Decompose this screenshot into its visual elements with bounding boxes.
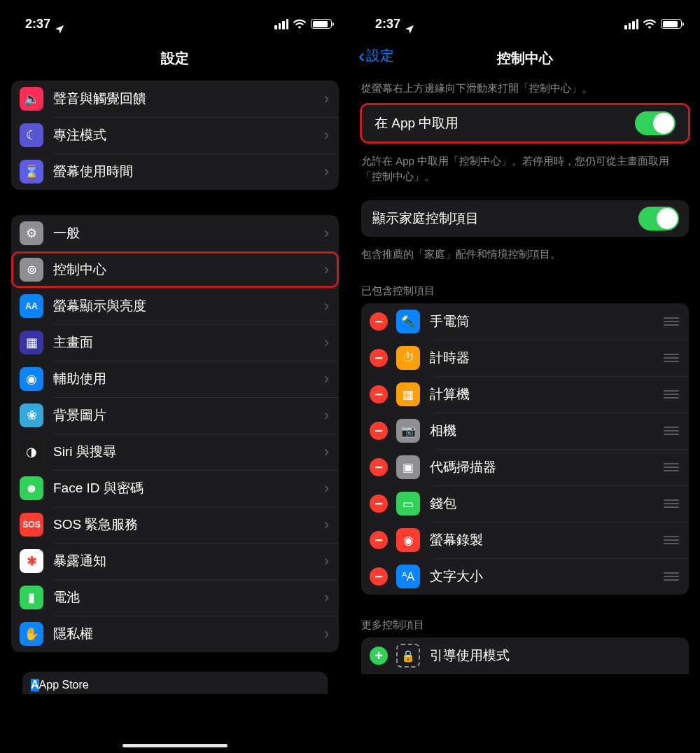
add-guided-button[interactable]: + bbox=[370, 647, 388, 665]
back-button[interactable]: ‹ 設定 bbox=[358, 46, 394, 65]
remove-qr-button[interactable]: − bbox=[370, 458, 388, 476]
nav-title: 設定 bbox=[0, 38, 350, 81]
sos-icon: SOS bbox=[20, 513, 43, 537]
cc-row-wallet[interactable]: −▭錢包 bbox=[361, 485, 689, 522]
wallet-icon: ▭ bbox=[396, 492, 420, 516]
chevron-right-icon: › bbox=[324, 224, 329, 242]
drag-handle-icon[interactable] bbox=[664, 572, 679, 581]
screentime-label: 螢幕使用時間 bbox=[53, 163, 324, 181]
settings-screen: 2:37 設定 🔈聲音與觸覺回饋›☾專注模式›⌛螢幕使用時間› ⚙一般›⊚控制中… bbox=[0, 0, 350, 753]
timer-icon: ⏱ bbox=[396, 346, 420, 370]
camera-icon: 📷 bbox=[396, 419, 420, 443]
switch-home-controls[interactable] bbox=[638, 207, 679, 230]
drag-handle-icon[interactable] bbox=[664, 390, 679, 399]
wallpaper-icon: ❀ bbox=[20, 403, 43, 427]
row-siri[interactable]: ◑Siri 與搜尋› bbox=[11, 434, 339, 470]
accessibility-label: 輔助使用 bbox=[53, 370, 324, 388]
row-home-screen[interactable]: ▦主畫面› bbox=[11, 324, 339, 361]
chevron-right-icon: › bbox=[324, 516, 329, 534]
display-label: 螢幕顯示與亮度 bbox=[53, 297, 324, 315]
exposure-label: 暴露通知 bbox=[53, 552, 324, 570]
row-privacy[interactable]: ✋隱私權› bbox=[11, 616, 339, 652]
row-control-center[interactable]: ⊚控制中心› bbox=[11, 251, 339, 288]
screentime-icon: ⌛ bbox=[20, 160, 43, 184]
home-screen-icon: ▦ bbox=[20, 331, 43, 354]
row-screentime[interactable]: ⌛螢幕使用時間› bbox=[11, 153, 339, 190]
switch-access-in-apps[interactable] bbox=[635, 111, 676, 135]
cc-row-calculator[interactable]: −▦計算機 bbox=[361, 376, 689, 413]
row-sos[interactable]: SOSSOS 緊急服務› bbox=[11, 506, 339, 543]
row-exposure[interactable]: ✱暴露通知› bbox=[11, 543, 339, 579]
row-wallpaper[interactable]: ❀背景圖片› bbox=[11, 397, 339, 434]
remove-flashlight-button[interactable]: − bbox=[370, 312, 388, 331]
access-in-apps-label: 在 App 中取用 bbox=[374, 114, 635, 132]
chevron-right-icon: › bbox=[324, 297, 329, 315]
cc-row-guided[interactable]: +🔒引導使用模式 bbox=[361, 637, 689, 674]
cc-content[interactable]: 從螢幕右上方邊緣向下滑動來打開「控制中心」。 在 App 中取用 允許在 App… bbox=[350, 81, 700, 674]
remove-camera-button[interactable]: − bbox=[370, 422, 388, 440]
cc-row-flashlight[interactable]: −🔦手電筒 bbox=[361, 303, 689, 340]
flashlight-label: 手電筒 bbox=[430, 312, 664, 331]
drag-handle-icon[interactable] bbox=[664, 499, 679, 508]
general-label: 一般 bbox=[53, 224, 324, 242]
app-store-label: App Store bbox=[39, 679, 89, 691]
chevron-right-icon: › bbox=[324, 163, 329, 181]
chevron-right-icon: › bbox=[324, 625, 329, 643]
cc-row-textsize[interactable]: −ᴬA文字大小 bbox=[361, 558, 689, 595]
wifi-icon bbox=[643, 19, 657, 29]
drag-handle-icon[interactable] bbox=[664, 463, 679, 471]
row-access-in-apps[interactable]: 在 App 中取用 bbox=[362, 105, 688, 141]
row-battery[interactable]: ▮電池› bbox=[11, 579, 339, 616]
drag-handle-icon[interactable] bbox=[664, 354, 679, 362]
chevron-right-icon: › bbox=[324, 333, 329, 352]
wallpaper-label: 背景圖片 bbox=[53, 406, 324, 424]
row-focus[interactable]: ☾專注模式› bbox=[11, 117, 339, 153]
calculator-label: 計算機 bbox=[430, 385, 664, 403]
status-right bbox=[274, 19, 332, 29]
cc-row-camera[interactable]: −📷相機 bbox=[361, 413, 689, 449]
faceid-label: Face ID 與密碼 bbox=[53, 479, 324, 497]
chevron-right-icon: › bbox=[324, 90, 329, 108]
textsize-label: 文字大小 bbox=[430, 567, 664, 586]
faceid-icon: ☻ bbox=[20, 476, 43, 500]
battery-icon bbox=[661, 19, 682, 29]
row-home-controls[interactable]: 顯示家庭控制項目 bbox=[361, 200, 689, 237]
remove-textsize-button[interactable]: − bbox=[370, 567, 388, 586]
wifi-icon bbox=[293, 19, 307, 29]
battery-icon bbox=[311, 19, 332, 29]
row-accessibility[interactable]: ◉輔助使用› bbox=[11, 361, 339, 397]
cc-row-timer[interactable]: −⏱計時器 bbox=[361, 340, 689, 376]
home-indicator[interactable] bbox=[122, 744, 227, 747]
cc-row-qr[interactable]: −▣代碼掃描器 bbox=[361, 449, 689, 485]
row-faceid[interactable]: ☻Face ID 與密碼› bbox=[11, 470, 339, 506]
more-header: 更多控制項目 bbox=[350, 619, 700, 637]
cc-row-screenrec[interactable]: −◉螢幕錄製 bbox=[361, 522, 689, 558]
accessibility-icon: ◉ bbox=[20, 367, 43, 391]
exposure-icon: ✱ bbox=[20, 549, 43, 573]
sounds-label: 聲音與觸覺回饋 bbox=[53, 90, 324, 108]
cellular-icon bbox=[624, 19, 638, 29]
remove-calculator-button[interactable]: − bbox=[370, 385, 388, 403]
included-header: 已包含控制項目 bbox=[350, 284, 700, 303]
remove-screenrec-button[interactable]: − bbox=[370, 531, 388, 549]
hint-swipe: 從螢幕右上方邊緣向下滑動來打開「控制中心」。 bbox=[350, 81, 700, 103]
status-right bbox=[624, 19, 682, 29]
settings-content[interactable]: 🔈聲音與觸覺回饋›☾專注模式›⌛螢幕使用時間› ⚙一般›⊚控制中心›AA螢幕顯示… bbox=[0, 81, 350, 694]
cellular-icon bbox=[274, 19, 288, 29]
drag-handle-icon[interactable] bbox=[664, 536, 679, 544]
remove-wallet-button[interactable]: − bbox=[370, 495, 388, 513]
control-center-label: 控制中心 bbox=[53, 261, 324, 279]
drag-handle-icon[interactable] bbox=[664, 427, 679, 435]
row-display[interactable]: AA螢幕顯示與亮度› bbox=[11, 288, 339, 324]
nav-bar: ‹ 設定 控制中心 bbox=[350, 38, 700, 81]
chevron-right-icon: › bbox=[324, 370, 329, 388]
row-general[interactable]: ⚙一般› bbox=[11, 215, 339, 251]
back-label: 設定 bbox=[366, 46, 394, 65]
remove-timer-button[interactable]: − bbox=[370, 349, 388, 367]
status-bar: 2:37 bbox=[0, 0, 350, 38]
drag-handle-icon[interactable] bbox=[664, 317, 679, 326]
settings-title: 設定 bbox=[161, 50, 189, 66]
row-sounds[interactable]: 🔈聲音與觸覺回饋› bbox=[11, 81, 339, 117]
row-app-store[interactable]: A App Store bbox=[22, 672, 328, 694]
focus-icon: ☾ bbox=[20, 123, 43, 147]
